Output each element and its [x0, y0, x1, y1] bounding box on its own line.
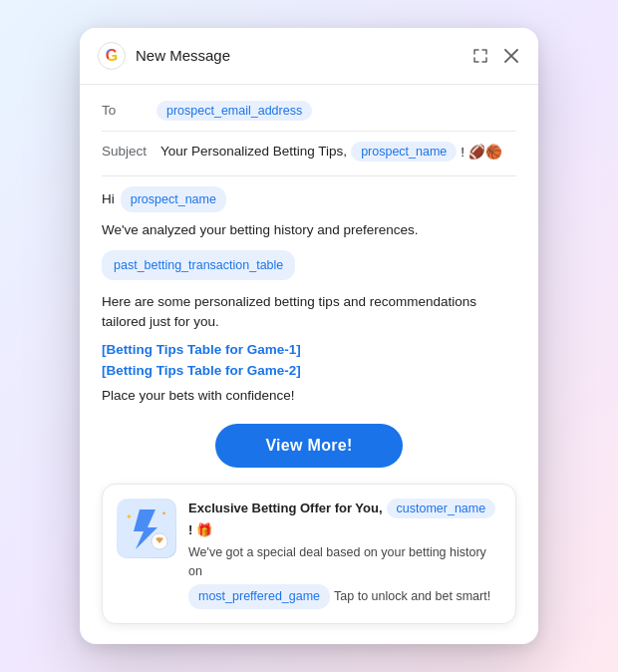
body-line3: Place your bets with confidence! — [102, 386, 516, 406]
promo-body: We've got a special deal based on your b… — [188, 543, 501, 609]
close-icon — [504, 49, 518, 63]
divider-2 — [102, 175, 516, 176]
expand-icon — [472, 48, 488, 64]
svg-text:✦: ✦ — [126, 512, 133, 521]
promo-title-emoji: ! 🎁 — [188, 522, 212, 537]
google-g-icon: G — [106, 47, 118, 65]
to-value-tag[interactable]: prospect_email_address — [156, 101, 312, 121]
subject-suffix: ! 🏈🏀 — [461, 144, 502, 160]
body-line2-text: Here are some personalized betting tips … — [102, 294, 476, 329]
compose-content: To prospect_email_address Subject Your P… — [80, 85, 538, 644]
table-tag[interactable]: past_betting_transaction_table — [102, 250, 295, 280]
greeting-row: Hi prospect_name — [102, 186, 516, 212]
body-line2: Here are some personalized betting tips … — [102, 292, 516, 333]
title-bar: G New Message — [80, 28, 538, 85]
link1[interactable]: [Betting Tips Table for Game-1] — [102, 339, 516, 361]
divider-1 — [102, 131, 516, 132]
greeting-text: Hi — [102, 188, 115, 210]
compose-window: G New Message To prospect_email_address — [80, 28, 538, 644]
link2[interactable]: [Betting Tips Table for Game-2] — [102, 360, 516, 382]
game-tag[interactable]: most_preffered_game — [188, 584, 330, 609]
promo-image: ✦ ✦ — [117, 499, 176, 558]
promo-body-text1: We've got a special deal based on your b… — [188, 543, 501, 581]
window-title: New Message — [136, 47, 470, 64]
body-line1: We've analyzed your betting history and … — [102, 220, 516, 240]
subject-name-tag[interactable]: prospect_name — [351, 142, 457, 162]
subject-field-row: Subject Your Personalized Betting Tips, … — [102, 142, 516, 162]
close-button[interactable] — [502, 47, 520, 65]
customer-tag[interactable]: customer_name — [387, 499, 496, 518]
view-more-button[interactable]: View More! — [215, 424, 402, 468]
title-actions — [470, 46, 520, 66]
expand-button[interactable] — [470, 46, 490, 66]
cta-section: View More! — [102, 424, 516, 468]
subject-prefix: Your Personalized Betting Tips, — [160, 144, 347, 159]
greeting-name-tag[interactable]: prospect_name — [121, 186, 226, 212]
promo-illustration: ✦ ✦ — [118, 500, 175, 557]
promo-title-bold: Exclusive Betting Offer for You, — [188, 501, 383, 515]
google-logo: G — [98, 42, 126, 70]
to-label: To — [102, 103, 156, 118]
to-field-row: To prospect_email_address — [102, 101, 516, 121]
promo-content: Exclusive Betting Offer for You, custome… — [188, 499, 501, 609]
promo-title-row: Exclusive Betting Offer for You, custome… — [188, 499, 501, 537]
svg-text:✦: ✦ — [161, 510, 166, 516]
promo-card: ✦ ✦ Exclusive Betting Offer for You, cus… — [102, 484, 516, 624]
promo-body-text2: Tap to unlock and bet smart! — [334, 587, 490, 606]
body-section: Hi prospect_name We've analyzed your bet… — [102, 186, 516, 406]
subject-label: Subject — [102, 144, 156, 159]
